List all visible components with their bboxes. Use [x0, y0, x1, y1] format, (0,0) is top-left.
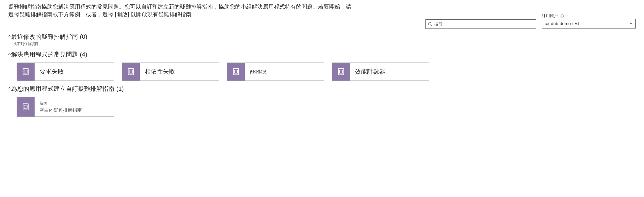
subscription-label: 訂用帳戶	[542, 13, 558, 19]
search-box[interactable]	[425, 19, 536, 29]
common-cards-row: 要求失敗 相依性失敗	[8, 63, 636, 81]
card-title: 效能計數器	[355, 68, 424, 76]
workbook-icon	[17, 97, 35, 116]
workbook-icon	[227, 63, 245, 81]
subscription-dropdown[interactable]: ca-dnb-demo-test	[542, 19, 636, 28]
card-title: 相依性失敗	[145, 68, 214, 76]
svg-rect-18	[339, 70, 342, 73]
svg-line-1	[431, 25, 432, 26]
workbook-icon	[122, 63, 140, 81]
svg-point-0	[429, 22, 431, 25]
section-recent-header[interactable]: ^ 最近修改的疑難排解指南 (0)	[8, 33, 636, 41]
section-common-header[interactable]: ^ 解決應用程式的常見問題 (4)	[8, 50, 636, 59]
section-custom-header[interactable]: ^ 為您的應用程式建立自訂疑難排解指南 (1)	[8, 85, 636, 93]
card-new-blank[interactable]: 新增 空白的疑難排解指南	[17, 97, 114, 117]
card-dependency-failures[interactable]: 相依性失敗	[122, 63, 219, 81]
svg-rect-13	[234, 70, 237, 73]
section-common: ^ 解決應用程式的常見問題 (4) 要求失敗	[8, 50, 636, 81]
section-recent: ^ 最近修改的疑難排解指南 (0) 找不到任何項目。	[8, 33, 636, 46]
section-custom: ^ 為您的應用程式建立自訂疑難排解指南 (1) 新增 空白的疑難排解指南	[8, 85, 636, 117]
caret-icon: ^	[8, 34, 11, 40]
subscription-container: 訂用帳戶 i ca-dnb-demo-test	[542, 19, 636, 29]
card-title: 例外狀況	[250, 69, 319, 74]
section-recent-title: 最近修改的疑難排解指南 (0)	[11, 33, 87, 41]
caret-icon: ^	[8, 52, 11, 58]
toolbar: 訂用帳戶 i ca-dnb-demo-test	[8, 19, 636, 29]
workbook-icon	[332, 63, 350, 81]
card-subtitle: 空白的疑難排解指南	[40, 107, 109, 113]
recent-empty-text: 找不到任何項目。	[8, 42, 636, 46]
svg-rect-8	[129, 70, 132, 73]
custom-cards-row: 新增 空白的疑難排解指南	[8, 97, 636, 117]
chevron-down-icon	[629, 21, 633, 26]
svg-rect-3	[24, 70, 27, 73]
subscription-label-row: 訂用帳戶 i	[542, 13, 636, 19]
page-description: 疑難排解指南協助您解決應用程式的常見問題。您可以自訂和建立新的疑難排解指南，協助…	[8, 3, 354, 18]
search-container	[425, 19, 536, 29]
card-title: 新增	[40, 101, 109, 106]
card-request-failures[interactable]: 要求失敗	[17, 63, 114, 81]
section-common-title: 解決應用程式的常見問題 (4)	[11, 50, 87, 59]
svg-rect-23	[24, 105, 27, 108]
search-input[interactable]	[432, 22, 534, 27]
card-perf-counters[interactable]: 效能計數器	[332, 63, 429, 81]
info-icon[interactable]: i	[560, 14, 564, 18]
subscription-value: ca-dnb-demo-test	[545, 21, 579, 26]
card-title: 要求失敗	[40, 68, 109, 76]
search-icon	[428, 22, 432, 26]
caret-icon: ^	[8, 86, 11, 92]
section-custom-title: 為您的應用程式建立自訂疑難排解指南 (1)	[11, 85, 124, 93]
workbook-icon	[17, 63, 35, 81]
card-exceptions[interactable]: 例外狀況	[227, 63, 324, 81]
